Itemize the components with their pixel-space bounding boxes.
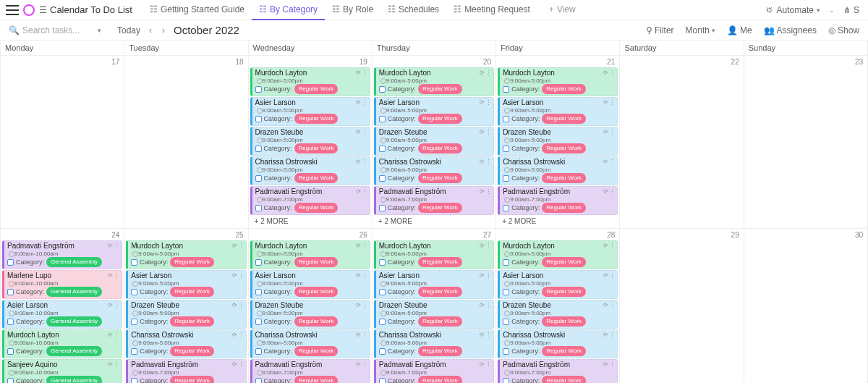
- calendar-event[interactable]: Drazen Steube9:00am-5:00pmCategory:Regul…: [498, 127, 618, 156]
- drag-handle-icon[interactable]: ⋮: [609, 243, 616, 250]
- calendar-event[interactable]: Murdoch Layton9:00am-5:00pmCategory:Regu…: [374, 240, 494, 269]
- calendar-event[interactable]: Drazen Steube9:00am-5:00pmCategory:Regul…: [374, 300, 494, 329]
- drag-handle-icon[interactable]: ⋮: [609, 159, 616, 166]
- calendar-event[interactable]: Murdoch Layton9:00am-10:00amCategory:Gen…: [2, 329, 122, 358]
- show-button[interactable]: ◎Show: [828, 25, 859, 35]
- day-cell[interactable]: 29: [620, 229, 744, 383]
- drag-handle-icon[interactable]: ⋮: [114, 361, 120, 369]
- view-tab[interactable]: ☷By Category: [252, 0, 325, 20]
- today-button[interactable]: Today: [117, 25, 140, 35]
- day-cell[interactable]: 18: [124, 56, 248, 228]
- drag-handle-icon[interactable]: ⋮: [609, 272, 616, 279]
- drag-handle-icon[interactable]: ⋮: [238, 332, 244, 339]
- more-events-link[interactable]: + 2 MORE: [374, 216, 494, 227]
- day-cell[interactable]: 24Padmavati Engström9:00am-10:00amCatego…: [1, 229, 124, 383]
- calendar-event[interactable]: Padmavati Engström9:00am-7:00pmCategory:…: [374, 359, 494, 383]
- calendar-event[interactable]: Charissa Ostrowski9:00am-5:00pmCategory:…: [126, 329, 246, 358]
- calendar-event[interactable]: Drazen Steube9:00am-5:00pmCategory:Regul…: [498, 300, 618, 329]
- calendar-event[interactable]: Charissa Ostrowski9:00am-5:00pmCategory:…: [498, 156, 618, 185]
- more-events-link[interactable]: + 2 MORE: [250, 216, 370, 227]
- view-tab[interactable]: ☷Meeting Request: [446, 0, 537, 20]
- month-view-select[interactable]: Month▾: [686, 25, 715, 35]
- calendar-event[interactable]: Drazen Steube9:00am-5:00pmCategory:Regul…: [250, 300, 370, 329]
- drag-handle-icon[interactable]: ⋮: [609, 99, 616, 106]
- drag-handle-icon[interactable]: ⋮: [362, 188, 368, 195]
- drag-handle-icon[interactable]: ⋮: [238, 243, 244, 250]
- calendar-event[interactable]: Padmavati Engström9:00am-7:00pmCategory:…: [498, 186, 618, 215]
- drag-handle-icon[interactable]: ⋮: [238, 361, 244, 369]
- drag-handle-icon[interactable]: ⋮: [485, 99, 492, 106]
- drag-handle-icon[interactable]: ⋮: [114, 332, 120, 339]
- day-cell[interactable]: 20Murdoch Layton9:00am-5:00pmCategory:Re…: [373, 56, 496, 228]
- drag-handle-icon[interactable]: ⋮: [609, 70, 616, 77]
- day-cell[interactable]: 23: [744, 56, 868, 228]
- calendar-event[interactable]: Drazen Steube9:00am-5:00pmCategory:Regul…: [126, 300, 246, 329]
- calendar-event[interactable]: Padmavati Engström9:00am-7:00pmCategory:…: [250, 359, 370, 383]
- drag-handle-icon[interactable]: ⋮: [485, 361, 492, 369]
- next-arrow-icon[interactable]: ›: [161, 25, 166, 35]
- drag-handle-icon[interactable]: ⋮: [485, 70, 492, 77]
- search-input[interactable]: [22, 25, 95, 35]
- drag-handle-icon[interactable]: ⋮: [114, 302, 120, 309]
- calendar-event[interactable]: Murdoch Layton9:00am-5:00pmCategory:Regu…: [250, 240, 370, 269]
- menu-icon[interactable]: [6, 5, 19, 15]
- calendar-event[interactable]: Asier Larson9:00am-5:00pmCategory:Regula…: [498, 270, 618, 299]
- drag-handle-icon[interactable]: ⋮: [609, 361, 616, 369]
- calendar-event[interactable]: Charissa Ostrowski9:00am-5:00pmCategory:…: [250, 156, 370, 185]
- drag-handle-icon[interactable]: ⋮: [114, 243, 120, 250]
- drag-handle-icon[interactable]: ⋮: [362, 70, 368, 77]
- calendar-event[interactable]: Murdoch Layton9:00am-5:00pmCategory:Regu…: [498, 67, 618, 96]
- calendar-event[interactable]: Charissa Ostrowski9:00am-5:00pmCategory:…: [250, 329, 370, 358]
- day-cell[interactable]: 28Murdoch Layton9:00am-5:00pmCategory:Re…: [496, 229, 620, 383]
- share-button[interactable]: ⋔ S: [841, 4, 862, 17]
- drag-handle-icon[interactable]: ⋮: [362, 99, 368, 106]
- calendar-event[interactable]: Asier Larson9:00am-10:00amCategory:Gener…: [2, 300, 122, 329]
- calendar-event[interactable]: Charissa Ostrowski9:00am-5:00pmCategory:…: [374, 156, 494, 185]
- calendar-event[interactable]: Charissa Ostrowski9:00am-5:00pmCategory:…: [498, 329, 618, 358]
- drag-handle-icon[interactable]: ⋮: [114, 272, 120, 279]
- drag-handle-icon[interactable]: ⋮: [362, 361, 368, 369]
- drag-handle-icon[interactable]: ⋮: [238, 302, 244, 309]
- day-cell[interactable]: 17: [1, 56, 124, 228]
- me-filter[interactable]: 👤Me: [727, 25, 752, 35]
- day-cell[interactable]: 19Murdoch Layton9:00am-5:00pmCategory:Re…: [249, 56, 373, 228]
- drag-handle-icon[interactable]: ⋮: [485, 129, 492, 136]
- calendar-event[interactable]: Asier Larson9:00am-5:00pmCategory:Regula…: [498, 97, 618, 126]
- calendar-event[interactable]: Murdoch Layton9:00am-5:00pmCategory:Regu…: [250, 67, 370, 96]
- drag-handle-icon[interactable]: ⋮: [362, 272, 368, 279]
- filter-button[interactable]: ⚲Filter: [646, 25, 674, 35]
- calendar-event[interactable]: Murdoch Layton9:00am-5:00pmCategory:Regu…: [498, 240, 618, 269]
- chevron-down-icon[interactable]: ▾: [98, 27, 101, 34]
- drag-handle-icon[interactable]: ⋮: [609, 129, 616, 136]
- add-view-button[interactable]: + View: [542, 0, 583, 20]
- drag-handle-icon[interactable]: ⋮: [485, 188, 492, 195]
- drag-handle-icon[interactable]: ⋮: [238, 272, 244, 279]
- view-tab[interactable]: ☷Schedules: [380, 0, 446, 20]
- calendar-event[interactable]: Asier Larson9:00am-5:00pmCategory:Regula…: [250, 97, 370, 126]
- calendar-event[interactable]: Charissa Ostrowski9:00am-5:00pmCategory:…: [374, 329, 494, 358]
- drag-handle-icon[interactable]: ⋮: [609, 302, 616, 309]
- drag-handle-icon[interactable]: ⋮: [485, 332, 492, 339]
- calendar-event[interactable]: Padmavati Engström9:00am-7:00pmCategory:…: [498, 359, 618, 383]
- automate-button[interactable]: ⛭ Automate ▾: [762, 4, 823, 17]
- calendar-event[interactable]: Murdoch Layton9:00am-5:00pmCategory:Regu…: [374, 67, 494, 96]
- drag-handle-icon[interactable]: ⋮: [609, 188, 616, 195]
- day-cell[interactable]: 25Murdoch Layton9:00am-5:00pmCategory:Re…: [124, 229, 248, 383]
- day-cell[interactable]: 26Murdoch Layton9:00am-5:00pmCategory:Re…: [249, 229, 373, 383]
- chevron-down-icon[interactable]: ⌄: [829, 7, 835, 14]
- day-cell[interactable]: 22: [620, 56, 744, 228]
- drag-handle-icon[interactable]: ⋮: [362, 159, 368, 166]
- calendar-event[interactable]: Murdoch Layton9:00am-5:00pmCategory:Regu…: [126, 240, 246, 269]
- drag-handle-icon[interactable]: ⋮: [485, 272, 492, 279]
- calendar-event[interactable]: Asier Larson9:00am-5:00pmCategory:Regula…: [374, 97, 494, 126]
- drag-handle-icon[interactable]: ⋮: [362, 332, 368, 339]
- view-tab[interactable]: ☷By Role: [325, 0, 380, 20]
- calendar-event[interactable]: Sanjeev Aquino9:00am-10:00amCategory:Gen…: [2, 359, 122, 383]
- drag-handle-icon[interactable]: ⋮: [362, 302, 368, 309]
- page-title[interactable]: ☰ Calendar To Do List: [39, 4, 132, 15]
- calendar-event[interactable]: Asier Larson9:00am-5:00pmCategory:Regula…: [374, 270, 494, 299]
- day-cell[interactable]: 21Murdoch Layton9:00am-5:00pmCategory:Re…: [496, 56, 620, 228]
- logo-icon[interactable]: [23, 4, 35, 16]
- drag-handle-icon[interactable]: ⋮: [485, 159, 492, 166]
- prev-arrow-icon[interactable]: ‹: [148, 25, 153, 35]
